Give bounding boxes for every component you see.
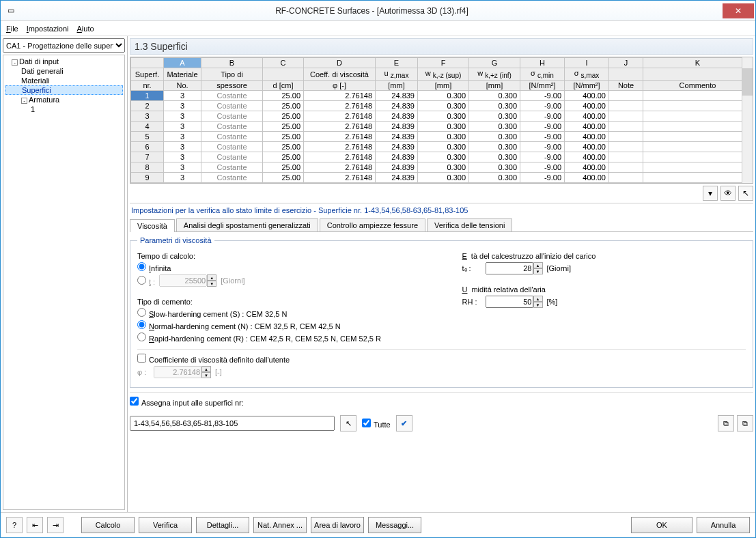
col-header-i-l2[interactable]: [N/mm²]: [565, 81, 609, 91]
cell-tipo[interactable]: Costante: [201, 91, 263, 101]
cell-ss[interactable]: 400.00: [565, 173, 609, 183]
copy-icon[interactable]: ⧉: [718, 415, 734, 431]
cell-d[interactable]: 25.00: [263, 173, 304, 183]
col-header-c-l1[interactable]: [263, 68, 304, 81]
cell-comment[interactable]: [643, 142, 753, 152]
t0-up[interactable]: ▲: [533, 262, 543, 268]
table-row[interactable]: 93Costante25.002.7614824.8390.3000.300-9…: [131, 173, 753, 183]
check-coef-user[interactable]: Coefficiente di viscosità definito dall'…: [137, 354, 290, 364]
row-number[interactable]: 4: [131, 122, 164, 132]
cell-material[interactable]: 3: [164, 101, 201, 111]
cell-uz[interactable]: 24.839: [376, 152, 418, 162]
cell-sc[interactable]: -9.00: [520, 111, 565, 122]
col-header-b-l2[interactable]: spessore: [201, 81, 263, 91]
col-letter-i[interactable]: I: [565, 58, 609, 68]
cell-ss[interactable]: 400.00: [565, 162, 609, 173]
cell-tipo[interactable]: Costante: [201, 142, 263, 152]
col-letter-j[interactable]: J: [609, 58, 643, 68]
cell-sc[interactable]: -9.00: [520, 162, 565, 173]
cell-note[interactable]: [609, 173, 643, 183]
area-button[interactable]: Area di lavoro: [311, 517, 364, 533]
radio-cem-r[interactable]: Rapid-hardening cement (R) : CEM 42,5 R,…: [137, 332, 381, 343]
col-header-h-l2[interactable]: [N/mm²]: [520, 81, 565, 91]
cell-ss[interactable]: 400.00: [565, 101, 609, 111]
menu-settings[interactable]: Impostazioni: [27, 25, 69, 33]
cell-tipo[interactable]: Costante: [201, 122, 263, 132]
cell-uz[interactable]: 24.839: [376, 91, 418, 101]
cell-phi[interactable]: 2.76148: [304, 152, 376, 162]
tab-viscosita[interactable]: Viscosità: [130, 219, 175, 232]
col-header-k-l1[interactable]: [643, 68, 753, 81]
table-row[interactable]: 73Costante25.002.7614824.8390.3000.300-9…: [131, 152, 753, 162]
filter-icon[interactable]: ▾: [703, 186, 718, 201]
radio-infinita[interactable]: Infinita: [137, 262, 171, 272]
cell-d[interactable]: 25.00: [263, 111, 304, 122]
tree-materials[interactable]: Materiali: [5, 76, 123, 85]
pick-surfaces-icon[interactable]: ↖: [340, 415, 356, 431]
cell-ss[interactable]: 400.00: [565, 142, 609, 152]
col-header-j-l2[interactable]: Note: [609, 81, 643, 91]
rh-up[interactable]: ▲: [533, 296, 543, 302]
tree-input-data[interactable]: -Dati di input: [5, 57, 123, 66]
col-letter-f[interactable]: F: [418, 58, 469, 68]
cell-ss[interactable]: 400.00: [565, 122, 609, 132]
row-number[interactable]: 5: [131, 132, 164, 142]
table-row[interactable]: 53Costante25.002.7614824.8390.3000.300-9…: [131, 132, 753, 142]
t-up[interactable]: ▲: [207, 274, 216, 281]
table-row[interactable]: 33Costante25.002.7614824.8390.3000.300-9…: [131, 111, 753, 122]
calcolo-button[interactable]: Calcolo: [81, 517, 135, 533]
table-scrollbar[interactable]: [742, 57, 753, 183]
cell-phi[interactable]: 2.76148: [304, 111, 376, 122]
cell-phi[interactable]: 2.76148: [304, 91, 376, 101]
cell-material[interactable]: 3: [164, 173, 201, 183]
t-down[interactable]: ▼: [207, 281, 216, 287]
nat-annex-button[interactable]: Nat. Annex ...: [253, 517, 307, 533]
cell-wkp[interactable]: 0.300: [469, 132, 520, 142]
cell-wkn[interactable]: 0.300: [418, 91, 469, 101]
messaggi-button[interactable]: Messaggi...: [368, 517, 421, 533]
cell-comment[interactable]: [643, 152, 753, 162]
cell-material[interactable]: 3: [164, 142, 201, 152]
col-header-surf-l2[interactable]: nr.: [131, 81, 164, 91]
cell-uz[interactable]: 24.839: [376, 101, 418, 111]
pick-icon[interactable]: ↖: [738, 186, 753, 201]
verifica-button[interactable]: Verifica: [139, 517, 192, 533]
cell-sc[interactable]: -9.00: [520, 142, 565, 152]
rh-input[interactable]: [486, 296, 533, 308]
cell-d[interactable]: 25.00: [263, 91, 304, 101]
col-letter-d[interactable]: D: [304, 58, 376, 68]
cell-comment[interactable]: [643, 162, 753, 173]
col-letter-b[interactable]: B: [201, 58, 263, 68]
col-header-g-l1[interactable]: w k,+z (inf): [469, 68, 520, 81]
cell-ss[interactable]: 400.00: [565, 152, 609, 162]
cell-note[interactable]: [609, 142, 643, 152]
cell-phi[interactable]: 2.76148: [304, 122, 376, 132]
t0-down[interactable]: ▼: [533, 268, 543, 274]
col-letter-h[interactable]: H: [520, 58, 565, 68]
cell-comment[interactable]: [643, 101, 753, 111]
cell-wkn[interactable]: 0.300: [418, 152, 469, 162]
phi-down[interactable]: ▼: [201, 372, 211, 378]
cell-sc[interactable]: -9.00: [520, 173, 565, 183]
col-header-f-l2[interactable]: [mm]: [418, 81, 469, 91]
tab-controllo[interactable]: Controllo ampiezze fessure: [320, 218, 425, 231]
row-number[interactable]: 7: [131, 152, 164, 162]
cell-comment[interactable]: [643, 122, 753, 132]
cell-note[interactable]: [609, 152, 643, 162]
cell-wkp[interactable]: 0.300: [469, 173, 520, 183]
table-row[interactable]: 43Costante25.002.7614824.8390.3000.300-9…: [131, 122, 753, 132]
tab-analisi[interactable]: Analisi degli spostamenti generalizzati: [176, 218, 318, 231]
cell-uz[interactable]: 24.839: [376, 173, 418, 183]
row-number[interactable]: 2: [131, 101, 164, 111]
row-number[interactable]: 9: [131, 173, 164, 183]
col-header-i-l1[interactable]: σ s,max: [565, 68, 609, 81]
cell-wkn[interactable]: 0.300: [418, 122, 469, 132]
col-header-e-l2[interactable]: [mm]: [376, 81, 418, 91]
cell-wkp[interactable]: 0.300: [469, 101, 520, 111]
cell-uz[interactable]: 24.839: [376, 162, 418, 173]
cell-note[interactable]: [609, 101, 643, 111]
cell-wkn[interactable]: 0.300: [418, 111, 469, 122]
tree-reinf-1[interactable]: 1: [5, 104, 123, 114]
cell-note[interactable]: [609, 111, 643, 122]
cell-ss[interactable]: 400.00: [565, 111, 609, 122]
